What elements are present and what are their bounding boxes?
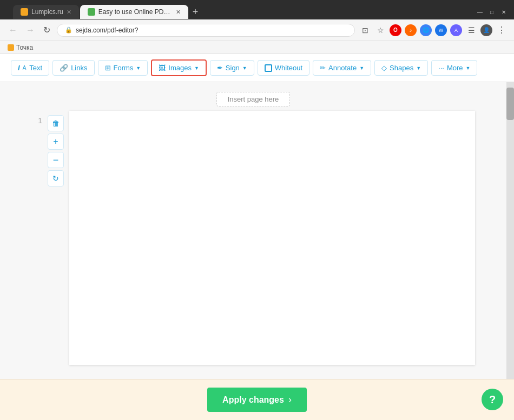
delete-page-button[interactable]: 🗑 <box>48 115 64 131</box>
rotate-button[interactable]: ↻ <box>48 170 64 186</box>
links-tool-button[interactable]: 🔗 Links <box>52 60 94 76</box>
annotate-icon: ✏ <box>320 64 326 72</box>
minimize-button[interactable]: — <box>476 8 484 16</box>
extension-icon[interactable]: A <box>450 24 462 36</box>
whiteout-icon <box>265 64 272 72</box>
annotate-label: Annotate <box>328 64 357 72</box>
more-label: More <box>447 64 463 72</box>
vpn-icon[interactable]: 🌐 <box>420 24 432 36</box>
apply-changes-label: Apply changes <box>222 395 284 405</box>
reload-button[interactable]: ↻ <box>41 24 52 36</box>
lumpics-favicon <box>21 8 28 16</box>
links-label: Links <box>71 64 87 72</box>
tab-sejda-close[interactable]: ✕ <box>176 9 181 16</box>
forward-button[interactable]: → <box>24 24 37 36</box>
sign-label: Sign <box>226 64 240 72</box>
tab-lumpics-label: Lumpics.ru <box>31 8 63 16</box>
whiteout-label: Whiteout <box>275 64 302 72</box>
forms-tool-button[interactable]: ⊞ Forms ▼ <box>98 60 148 76</box>
zoom-out-button[interactable]: − <box>48 152 64 168</box>
pdf-page <box>69 111 475 365</box>
sign-arrow-icon: ▼ <box>242 65 247 71</box>
images-arrow-icon: ▼ <box>194 65 199 71</box>
bookmark-label[interactable]: Точка <box>16 44 33 51</box>
text-label: Text <box>29 64 42 72</box>
main-content: Insert page here 1 🗑 + − ↻ <box>0 82 514 379</box>
title-bar: Lumpics.ru ✕ Easy to use Online PDF edit… <box>0 0 514 19</box>
page-sidebar-tools: 🗑 + − ↻ <box>48 111 64 186</box>
music-icon[interactable]: ♪ <box>405 24 417 36</box>
tab-lumpics-close[interactable]: ✕ <box>67 9 71 16</box>
shapes-arrow-icon: ▼ <box>416 65 421 71</box>
more-tool-button[interactable]: ··· More ▼ <box>431 60 477 76</box>
bookmark-bar: Точка <box>0 41 514 54</box>
more-icon: ··· <box>438 64 444 72</box>
menu-icon[interactable]: ☰ <box>465 24 477 36</box>
help-icon: ? <box>489 394 496 406</box>
apply-arrow-icon: › <box>288 394 292 405</box>
annotate-tool-button[interactable]: ✏ Annotate ▼ <box>313 60 371 76</box>
new-tab-button[interactable]: + <box>189 5 207 19</box>
sejda-favicon <box>88 8 95 16</box>
sign-icon: ✒ <box>217 64 223 72</box>
cast-icon[interactable]: ⊡ <box>359 24 371 36</box>
forms-label: Forms <box>114 64 134 72</box>
help-button[interactable]: ? <box>482 389 503 410</box>
profile-icon[interactable]: 👤 <box>480 24 492 36</box>
address-input[interactable]: 🔒 sejda.com/pdf-editor? <box>57 24 355 37</box>
images-label: Images <box>168 64 192 72</box>
bookmark-icon[interactable]: ☆ <box>374 24 386 36</box>
tab-sejda-label: Easy to use Online PDF editor <box>98 8 173 16</box>
close-button[interactable]: ✕ <box>500 8 508 16</box>
forms-arrow-icon: ▼ <box>136 65 141 71</box>
address-text: sejda.com/pdf-editor? <box>76 26 138 34</box>
forms-icon: ⊞ <box>105 64 111 72</box>
title-bar-controls: — □ ✕ <box>476 8 508 16</box>
zoom-in-button[interactable]: + <box>48 134 64 150</box>
text-tool-button[interactable]: IA Text <box>11 60 49 76</box>
insert-page-button[interactable]: Insert page here <box>216 92 291 106</box>
bookmark-favicon <box>8 44 14 51</box>
shapes-label: Shapes <box>390 64 413 72</box>
more-icon[interactable]: ⋮ <box>496 24 508 36</box>
wallet-icon[interactable]: W <box>435 24 447 36</box>
text-icon: I <box>18 64 20 72</box>
more-arrow-icon: ▼ <box>466 65 471 71</box>
tabs-row: Lumpics.ru ✕ Easy to use Online PDF edit… <box>6 5 213 19</box>
shapes-tool-button[interactable]: ◇ Shapes ▼ <box>374 60 428 76</box>
apply-changes-button[interactable]: Apply changes › <box>207 388 307 412</box>
footer: Apply changes › ? <box>0 379 514 420</box>
lock-icon: 🔒 <box>65 26 73 34</box>
page-wrapper: 1 🗑 + − ↻ <box>16 111 490 365</box>
tab-lumpics[interactable]: Lumpics.ru ✕ <box>13 5 79 19</box>
page-number: 1 <box>31 111 42 125</box>
insert-page-label: Insert page here <box>228 95 279 103</box>
scrollbar-thumb[interactable] <box>506 88 514 120</box>
sign-tool-button[interactable]: ✒ Sign ▼ <box>210 60 254 76</box>
shapes-icon: ◇ <box>381 64 387 72</box>
browser-toolbar-icons: ⊡ ☆ O ♪ 🌐 W A ☰ 👤 ⋮ <box>359 24 508 36</box>
images-icon: 🖼 <box>159 64 166 72</box>
scrollbar[interactable] <box>506 82 514 379</box>
whiteout-tool-button[interactable]: Whiteout <box>258 60 309 76</box>
address-bar: ← → ↻ 🔒 sejda.com/pdf-editor? ⊡ ☆ O ♪ 🌐 … <box>0 19 514 41</box>
tab-sejda[interactable]: Easy to use Online PDF editor ✕ <box>80 5 188 19</box>
links-icon: 🔗 <box>60 64 68 72</box>
annotate-arrow-icon: ▼ <box>359 65 364 71</box>
page-area: Insert page here 1 🗑 + − ↻ <box>0 82 506 379</box>
opera-icon[interactable]: O <box>390 24 401 36</box>
browser-chrome: Lumpics.ru ✕ Easy to use Online PDF edit… <box>0 0 514 54</box>
toolbar: IA Text 🔗 Links ⊞ Forms ▼ 🖼 Images ▼ ✒ S… <box>0 54 514 82</box>
app-area: IA Text 🔗 Links ⊞ Forms ▼ 🖼 Images ▼ ✒ S… <box>0 54 514 420</box>
images-tool-button[interactable]: 🖼 Images ▼ <box>151 59 207 76</box>
maximize-button[interactable]: □ <box>488 8 496 16</box>
back-button[interactable]: ← <box>6 24 19 36</box>
